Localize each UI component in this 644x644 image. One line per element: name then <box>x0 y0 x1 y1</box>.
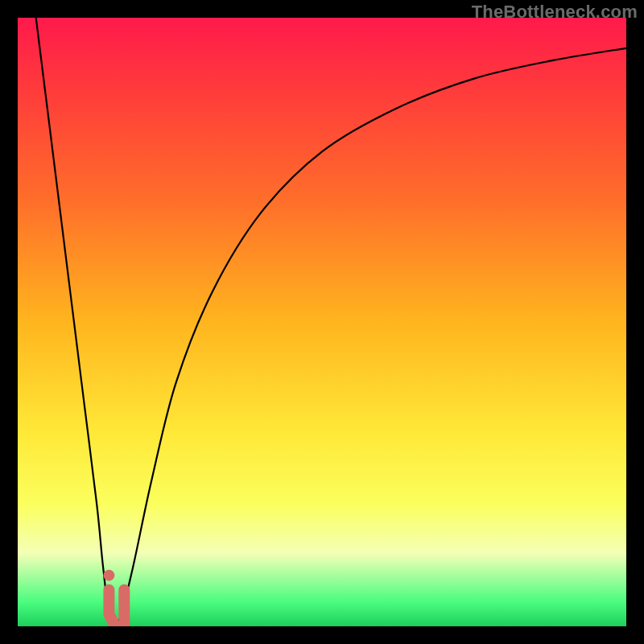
chart-svg <box>18 18 626 626</box>
bottleneck-curve <box>36 18 626 626</box>
chart-frame: TheBottleneck.com <box>0 0 644 644</box>
optimum-marker <box>109 590 124 626</box>
plot-area <box>18 18 626 626</box>
optimum-marker-dot <box>103 570 114 581</box>
